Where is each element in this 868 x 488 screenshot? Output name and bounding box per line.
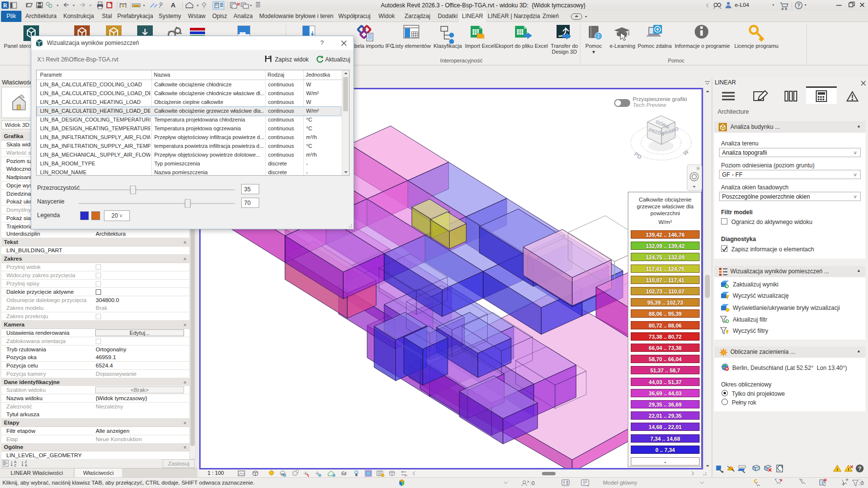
svg-text:Z: Z — [25, 460, 27, 464]
svg-text:!: ! — [837, 467, 838, 472]
svg-text:R: R — [3, 2, 7, 9]
svg-text:PD: PD — [633, 151, 643, 160]
svg-text:?: ? — [858, 466, 862, 471]
svg-text::0: :0 — [530, 480, 535, 486]
svg-text:6∂: 6∂ — [341, 471, 347, 476]
svg-text:Z: Z — [14, 464, 17, 467]
svg-text:e-L04: e-L04 — [735, 2, 749, 8]
svg-text:A: A — [14, 460, 17, 464]
svg-text:!: ! — [848, 467, 849, 472]
svg-text:?: ? — [797, 3, 800, 8]
svg-text::0: :0 — [859, 480, 864, 486]
svg-text:A: A — [25, 464, 27, 467]
svg-text:A: A — [171, 1, 176, 9]
